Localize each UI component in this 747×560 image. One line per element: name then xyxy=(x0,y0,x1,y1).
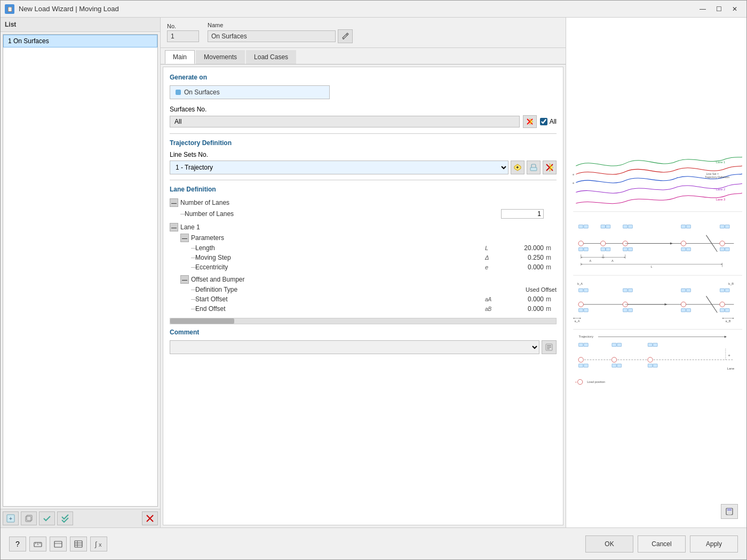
help-button[interactable]: ? xyxy=(9,537,26,551)
box17 xyxy=(681,247,686,251)
diagram-save-button[interactable] xyxy=(721,504,738,519)
start-offset-row: — Start Offset aA 0.000 m xyxy=(170,294,557,304)
generate-on-value: On Surfaces xyxy=(184,89,220,96)
ccircle2 xyxy=(611,357,616,362)
tab-movements[interactable]: Movements xyxy=(196,50,245,64)
remove-line-set-button[interactable] xyxy=(543,161,557,174)
window-controls: — ☐ ✕ xyxy=(695,3,742,15)
num-lanes-expand[interactable]: — xyxy=(170,198,178,207)
cbox11 xyxy=(648,364,652,367)
comment-edit-button[interactable] xyxy=(542,340,557,354)
all-checkbox-label[interactable]: All xyxy=(540,118,557,125)
edit-line-set-button[interactable] xyxy=(527,161,541,174)
new-line-set-button[interactable]: ✦ xyxy=(511,161,525,174)
app-icon: 📋 xyxy=(5,4,14,14)
bbox11 xyxy=(623,309,627,312)
all-checkbox[interactable] xyxy=(540,118,547,125)
left-panel: List 1 On Surfaces + xyxy=(1,18,161,527)
offset-expand[interactable]: — xyxy=(180,275,189,284)
start-offset-unit: m xyxy=(546,295,557,303)
comment-select[interactable] xyxy=(170,340,539,354)
cbox6 xyxy=(653,343,657,346)
apply-button[interactable]: Apply xyxy=(690,535,738,553)
end-offset-label: End Offset xyxy=(195,305,485,313)
params-label: Parameters xyxy=(191,234,557,242)
surfaces-clear-button[interactable] xyxy=(523,115,537,128)
cbox12 xyxy=(653,364,657,367)
bbox7 xyxy=(720,289,724,292)
horizontal-scrollbar[interactable] xyxy=(170,318,557,324)
aB-dim-label: a_B xyxy=(725,319,730,323)
eccentricity-value: 0.000 xyxy=(501,263,544,271)
surfaces-input[interactable] xyxy=(170,116,520,127)
circle1 xyxy=(578,241,583,246)
diagram-save-area xyxy=(721,504,738,519)
cancel-button[interactable]: Cancel xyxy=(638,535,686,553)
list-area: 1 On Surfaces xyxy=(3,34,158,507)
box1 xyxy=(579,225,583,228)
aB-arr1 xyxy=(722,318,724,319)
line-sets-select[interactable]: 1 - Trajectory xyxy=(170,161,508,174)
diagram-svg: Lane 1 Line Set = Trajectory Definition … xyxy=(570,22,742,523)
num-lanes-field-row: — Number of Lanes xyxy=(170,208,557,220)
box10 xyxy=(725,225,729,228)
line-set-label: Line Set = xyxy=(706,172,719,175)
right-panel: Lane 1 Line Set = Trajectory Definition … xyxy=(566,18,746,527)
bA-label: b_A xyxy=(577,282,583,285)
generate-on-dot xyxy=(176,90,181,95)
params-row: — Parameters xyxy=(170,233,557,243)
check-all-button[interactable] xyxy=(57,511,73,525)
trajectory-def-title: Trajectory Definition xyxy=(170,139,557,147)
num-lanes-input[interactable] xyxy=(501,209,544,219)
formula-button[interactable]: ∫x xyxy=(90,537,107,551)
measure-button[interactable] xyxy=(29,537,46,551)
generate-on-field[interactable]: On Surfaces xyxy=(170,85,330,99)
svg-text:+: + xyxy=(9,515,12,522)
lane1-expand[interactable]: — xyxy=(170,223,178,231)
tab-load-cases[interactable]: Load Cases xyxy=(246,50,296,64)
def-type-label: Definition Type xyxy=(195,286,498,293)
svg-rect-22 xyxy=(728,512,731,515)
dim-arrow2 xyxy=(602,257,603,258)
copy-item-button[interactable] xyxy=(21,511,37,525)
table-button[interactable] xyxy=(70,537,87,551)
length-unit: m xyxy=(546,244,557,252)
svg-rect-29 xyxy=(75,541,82,547)
name-input[interactable] xyxy=(208,30,336,42)
edit-name-button[interactable] xyxy=(338,29,353,43)
params-expand[interactable]: — xyxy=(180,234,189,242)
list-header: List xyxy=(1,18,160,32)
minimize-button[interactable]: — xyxy=(695,3,710,15)
box2 xyxy=(584,225,588,228)
eccentricity-unit: m xyxy=(546,263,557,271)
list-item-on-surfaces[interactable]: 1 On Surfaces xyxy=(3,35,157,47)
lane2-diagram-label: Lane 2 xyxy=(716,188,725,191)
dim-arrow1 xyxy=(581,257,582,258)
tab-main[interactable]: Main xyxy=(165,50,195,64)
bbox15 xyxy=(720,309,724,312)
L-arr2 xyxy=(721,263,722,265)
eccentricity-row: — Eccentricity e 0.000 m xyxy=(170,262,557,272)
no-input[interactable] xyxy=(167,30,199,42)
delete-item-button[interactable] xyxy=(142,511,158,525)
lane1-label: Lane 1 xyxy=(180,223,557,231)
ccircle3 xyxy=(648,357,653,362)
traj-bottom-arrowhead xyxy=(725,335,727,338)
check-button[interactable] xyxy=(39,511,55,525)
main-content: List 1 On Surfaces + xyxy=(1,18,746,527)
svg-rect-21 xyxy=(727,508,732,511)
window-title: New Load Wizard | Moving Load xyxy=(19,5,695,13)
add-item-button[interactable]: + xyxy=(3,511,19,525)
maximize-button[interactable]: ☐ xyxy=(711,3,726,15)
moving-step-label: Moving Step xyxy=(195,254,485,261)
close-button[interactable]: ✕ xyxy=(727,3,742,15)
e-label-1: e xyxy=(573,173,574,176)
ok-button[interactable]: OK xyxy=(585,535,633,553)
svg-text:✦: ✦ xyxy=(515,165,520,170)
aA-arr1 xyxy=(573,318,574,319)
eccentricity-label: Eccentricity xyxy=(195,263,485,271)
bbox10 xyxy=(584,309,588,312)
scrollbar-thumb[interactable] xyxy=(170,318,234,324)
view-button[interactable] xyxy=(50,537,67,551)
generate-on-title: Generate on xyxy=(170,74,557,81)
